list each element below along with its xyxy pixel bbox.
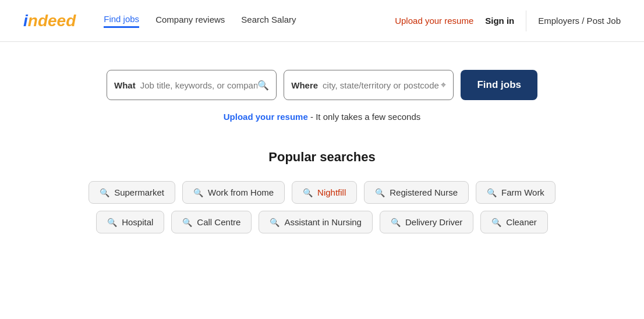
tag-search-icon: 🔍	[487, 188, 497, 197]
where-label: Where	[291, 80, 318, 90]
tag-label: Hospital	[122, 217, 153, 227]
find-jobs-button[interactable]: Find jobs	[461, 70, 537, 100]
nav-find-jobs[interactable]: Find jobs	[104, 14, 139, 28]
upload-resume-link[interactable]: Upload your resume	[224, 112, 308, 122]
header-divider	[526, 10, 526, 31]
tag-search-icon: 🔍	[107, 218, 117, 227]
site-header: indeed Find jobs Company reviews Search …	[0, 0, 644, 42]
tag-label: Farm Work	[501, 187, 544, 197]
location-icon: ⌖	[441, 80, 446, 90]
popular-search-tag[interactable]: 🔍Hospital	[96, 211, 164, 233]
header-right: Upload your resume Sign in Employers / P…	[395, 10, 621, 31]
search-bar: What 🔍 Where ⌖ Find jobs	[107, 70, 537, 100]
popular-search-tag[interactable]: 🔍Nightfill	[292, 181, 357, 204]
tag-search-icon: 🔍	[391, 218, 401, 227]
what-input[interactable]	[140, 80, 258, 90]
tag-search-icon: 🔍	[303, 188, 313, 197]
tag-label: Supermarket	[114, 187, 164, 197]
popular-search-tag[interactable]: 🔍Cleaner	[480, 211, 548, 233]
tag-label: Delivery Driver	[405, 217, 462, 227]
tag-search-icon: 🔍	[193, 188, 203, 197]
main-content: What 🔍 Where ⌖ Find jobs Upload your res…	[0, 42, 644, 257]
logo-ndeed: ndeed	[28, 12, 76, 30]
upload-tagline-suffix: - It only takes a few seconds	[308, 112, 420, 122]
popular-search-tag[interactable]: 🔍Assistant in Nursing	[259, 211, 373, 233]
popular-search-tag[interactable]: 🔍Delivery Driver	[380, 211, 473, 233]
popular-searches-section: Popular searches 🔍Supermarket🔍Work from …	[23, 150, 621, 233]
logo-i: i	[23, 12, 28, 30]
popular-searches-title: Popular searches	[23, 150, 621, 165]
what-search-icon: 🔍	[257, 80, 269, 91]
tag-search-icon: 🔍	[491, 218, 501, 227]
popular-search-tag[interactable]: 🔍Supermarket	[89, 181, 175, 204]
tag-search-icon: 🔍	[270, 218, 279, 227]
popular-search-tag[interactable]: 🔍Registered Nurse	[364, 181, 469, 204]
nav-company-reviews[interactable]: Company reviews	[155, 15, 225, 27]
search-tags-container: 🔍Supermarket🔍Work from Home🔍Nightfill🔍Re…	[83, 181, 561, 233]
tag-label: Nightfill	[317, 187, 346, 197]
where-input[interactable]	[323, 80, 441, 90]
tag-search-icon: 🔍	[100, 188, 109, 197]
tag-label: Assistant in Nursing	[284, 217, 362, 227]
header-upload-resume-link[interactable]: Upload your resume	[395, 16, 473, 26]
where-search-box: Where ⌖	[284, 70, 454, 100]
main-nav: Find jobs Company reviews Search Salary	[104, 14, 376, 28]
what-search-box: What 🔍	[107, 70, 277, 100]
tag-label: Call Centre	[197, 217, 240, 227]
tag-label: Cleaner	[506, 217, 537, 227]
upload-tagline: Upload your resume - It only takes a few…	[224, 112, 420, 122]
nav-search-salary[interactable]: Search Salary	[241, 15, 296, 27]
popular-search-tag[interactable]: 🔍Work from Home	[182, 181, 285, 204]
tag-label: Work from Home	[208, 187, 274, 197]
sign-in-button[interactable]: Sign in	[485, 16, 514, 26]
what-label: What	[114, 80, 136, 90]
tag-label: Registered Nurse	[390, 187, 458, 197]
employers-post-job-link[interactable]: Employers / Post Job	[538, 16, 621, 26]
popular-search-tag[interactable]: 🔍Farm Work	[476, 181, 555, 204]
tag-search-icon: 🔍	[182, 218, 192, 227]
tag-search-icon: 🔍	[375, 188, 385, 197]
popular-search-tag[interactable]: 🔍Call Centre	[171, 211, 252, 233]
logo[interactable]: indeed	[23, 12, 76, 30]
